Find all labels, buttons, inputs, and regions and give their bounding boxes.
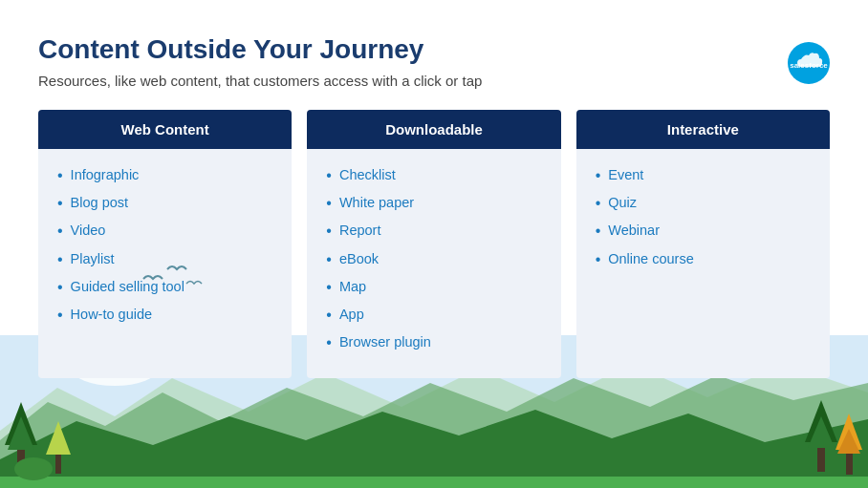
birds-decoration	[134, 260, 210, 302]
downloadable-list: Checklist White paper Report eBook Map A…	[326, 166, 545, 351]
list-item: Checklist	[326, 166, 545, 184]
list-item: Report	[326, 222, 545, 240]
web-content-body: Infographic Blog post Video Playlist Gui…	[38, 149, 292, 350]
list-item: Quiz	[596, 194, 814, 212]
list-item: Infographic	[57, 166, 276, 184]
list-item: Browser plugin	[326, 333, 545, 351]
list-item: How-to guide	[57, 306, 276, 324]
downloadable-header: Downloadable	[307, 110, 560, 149]
salesforce-logo: salesforce	[788, 42, 830, 84]
interactive-list: Event Quiz Webinar Online course	[596, 166, 814, 268]
list-item: Video	[57, 222, 276, 240]
downloadable-body: Checklist White paper Report eBook Map A…	[307, 149, 560, 378]
svg-rect-6	[0, 477, 868, 488]
list-item: Webinar	[596, 222, 814, 240]
interactive-header: Interactive	[576, 110, 830, 149]
downloadable-column: Downloadable Checklist White paper Repor…	[307, 110, 560, 378]
list-item: Map	[326, 278, 545, 296]
interactive-body: Event Quiz Webinar Online course	[576, 149, 830, 295]
interactive-column: Interactive Event Quiz Webinar Online co…	[576, 110, 830, 378]
list-item: White paper	[326, 194, 545, 212]
page-subtitle: Resources, like web content, that custom…	[38, 73, 830, 89]
list-item: Online course	[596, 250, 814, 268]
main-content: Content Outside Your Journey Resources, …	[0, 0, 868, 397]
web-content-header: Web Content	[38, 110, 292, 149]
page-title: Content Outside Your Journey	[38, 34, 830, 65]
list-item: Blog post	[57, 194, 276, 212]
web-content-column: Web Content Infographic Blog post Video …	[38, 110, 292, 378]
list-item: App	[326, 306, 545, 324]
list-item: Event	[596, 166, 814, 184]
svg-point-12	[14, 457, 53, 480]
list-item: eBook	[326, 250, 545, 268]
columns-wrapper: Web Content Infographic Blog post Video …	[38, 110, 830, 378]
